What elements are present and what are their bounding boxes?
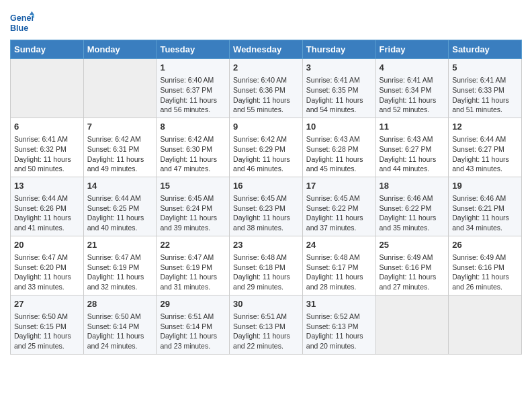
- daylight-text: Daylight: 11 hours and 56 minutes.: [160, 95, 226, 115]
- day-number: 14: [87, 180, 153, 192]
- sunrise-text: Sunrise: 6:41 AM: [14, 134, 80, 144]
- daylight-text: Daylight: 11 hours and 40 minutes.: [87, 213, 153, 232]
- calendar-cell: 5Sunrise: 6:41 AMSunset: 6:33 PMDaylight…: [449, 59, 522, 118]
- calendar-week-row: 6Sunrise: 6:41 AMSunset: 6:32 PMDaylight…: [11, 118, 522, 177]
- sunrise-text: Sunrise: 6:42 AM: [87, 134, 153, 144]
- sunrise-text: Sunrise: 6:45 AM: [233, 193, 299, 203]
- daylight-text: Daylight: 11 hours and 47 minutes.: [160, 154, 226, 174]
- calendar-cell: 8Sunrise: 6:42 AMSunset: 6:30 PMDaylight…: [157, 118, 230, 177]
- sunset-text: Sunset: 6:13 PM: [233, 322, 299, 332]
- daylight-text: Daylight: 11 hours and 46 minutes.: [233, 154, 299, 174]
- sunrise-text: Sunrise: 6:40 AM: [160, 75, 226, 85]
- daylight-text: Daylight: 11 hours and 50 minutes.: [14, 154, 80, 174]
- day-number: 15: [160, 180, 226, 192]
- weekday-header-saturday: Saturday: [449, 40, 522, 59]
- daylight-text: Daylight: 11 hours and 24 minutes.: [87, 331, 153, 351]
- daylight-text: Daylight: 11 hours and 26 minutes.: [452, 272, 518, 291]
- day-number: 2: [233, 62, 299, 74]
- svg-text:Blue: Blue: [10, 24, 28, 33]
- day-number: 6: [14, 121, 80, 133]
- calendar-cell: 21Sunrise: 6:47 AMSunset: 6:19 PMDayligh…: [83, 236, 157, 295]
- sunrise-text: Sunrise: 6:43 AM: [306, 134, 372, 144]
- calendar-cell: 25Sunrise: 6:49 AMSunset: 6:16 PMDayligh…: [375, 236, 449, 295]
- calendar-cell: 11Sunrise: 6:43 AMSunset: 6:27 PMDayligh…: [375, 118, 449, 177]
- day-number: 13: [14, 180, 80, 192]
- calendar-cell: 30Sunrise: 6:51 AMSunset: 6:13 PMDayligh…: [230, 295, 303, 354]
- sunrise-text: Sunrise: 6:48 AM: [233, 253, 299, 263]
- day-number: 10: [306, 121, 372, 133]
- day-number: 19: [452, 180, 518, 192]
- daylight-text: Daylight: 11 hours and 49 minutes.: [87, 154, 153, 174]
- calendar-week-row: 13Sunrise: 6:44 AMSunset: 6:26 PMDayligh…: [11, 177, 522, 236]
- calendar-cell: [449, 295, 522, 354]
- sunrise-text: Sunrise: 6:42 AM: [160, 134, 226, 144]
- sunset-text: Sunset: 6:36 PM: [233, 85, 299, 95]
- daylight-text: Daylight: 11 hours and 28 minutes.: [306, 272, 372, 291]
- day-number: 21: [87, 239, 153, 251]
- daylight-text: Daylight: 11 hours and 22 minutes.: [233, 331, 299, 351]
- calendar-cell: 6Sunrise: 6:41 AMSunset: 6:32 PMDaylight…: [11, 118, 84, 177]
- sunset-text: Sunset: 6:15 PM: [14, 322, 80, 332]
- day-number: 9: [233, 121, 299, 133]
- daylight-text: Daylight: 11 hours and 25 minutes.: [14, 331, 80, 351]
- weekday-header-tuesday: Tuesday: [157, 40, 230, 59]
- sunset-text: Sunset: 6:31 PM: [87, 144, 153, 154]
- calendar-cell: 24Sunrise: 6:48 AMSunset: 6:17 PMDayligh…: [302, 236, 375, 295]
- daylight-text: Daylight: 11 hours and 20 minutes.: [306, 331, 372, 351]
- daylight-text: Daylight: 11 hours and 39 minutes.: [160, 213, 226, 232]
- sunset-text: Sunset: 6:23 PM: [233, 203, 299, 214]
- day-number: 24: [306, 239, 372, 251]
- sunset-text: Sunset: 6:21 PM: [452, 203, 518, 214]
- logo: General Blue: [10, 10, 37, 34]
- sunset-text: Sunset: 6:29 PM: [233, 144, 299, 154]
- day-number: 7: [87, 121, 153, 133]
- day-number: 17: [306, 180, 372, 192]
- sunrise-text: Sunrise: 6:48 AM: [306, 253, 372, 263]
- calendar-cell: 4Sunrise: 6:41 AMSunset: 6:34 PMDaylight…: [375, 59, 449, 118]
- sunrise-text: Sunrise: 6:41 AM: [380, 75, 445, 85]
- sunrise-text: Sunrise: 6:41 AM: [306, 75, 372, 85]
- sunrise-text: Sunrise: 6:46 AM: [380, 193, 445, 203]
- day-number: 23: [233, 239, 299, 251]
- daylight-text: Daylight: 11 hours and 29 minutes.: [233, 272, 299, 291]
- day-number: 8: [160, 121, 226, 133]
- sunrise-text: Sunrise: 6:50 AM: [14, 312, 80, 322]
- sunset-text: Sunset: 6:22 PM: [306, 203, 372, 214]
- weekday-header-friday: Friday: [375, 40, 449, 59]
- calendar-cell: 22Sunrise: 6:47 AMSunset: 6:19 PMDayligh…: [157, 236, 230, 295]
- day-number: 20: [14, 239, 80, 251]
- sunrise-text: Sunrise: 6:49 AM: [380, 253, 445, 263]
- sunset-text: Sunset: 6:32 PM: [14, 144, 80, 154]
- calendar-cell: 26Sunrise: 6:49 AMSunset: 6:16 PMDayligh…: [449, 236, 522, 295]
- daylight-text: Daylight: 11 hours and 43 minutes.: [452, 154, 518, 174]
- day-number: 28: [87, 298, 153, 310]
- daylight-text: Daylight: 11 hours and 41 minutes.: [14, 213, 80, 232]
- day-number: 5: [452, 62, 518, 74]
- daylight-text: Daylight: 11 hours and 31 minutes.: [160, 272, 226, 291]
- sunset-text: Sunset: 6:24 PM: [160, 203, 226, 214]
- sunrise-text: Sunrise: 6:45 AM: [160, 193, 226, 203]
- sunrise-text: Sunrise: 6:51 AM: [233, 312, 299, 322]
- sunset-text: Sunset: 6:20 PM: [14, 263, 80, 273]
- daylight-text: Daylight: 11 hours and 54 minutes.: [306, 95, 372, 115]
- daylight-text: Daylight: 11 hours and 38 minutes.: [233, 213, 299, 232]
- sunset-text: Sunset: 6:37 PM: [160, 85, 226, 95]
- calendar-cell: 7Sunrise: 6:42 AMSunset: 6:31 PMDaylight…: [83, 118, 157, 177]
- day-number: 12: [452, 121, 518, 133]
- sunrise-text: Sunrise: 6:41 AM: [452, 75, 518, 85]
- weekday-header-row: SundayMondayTuesdayWednesdayThursdayFrid…: [11, 40, 522, 59]
- sunset-text: Sunset: 6:30 PM: [160, 144, 226, 154]
- day-number: 18: [380, 180, 445, 192]
- day-number: 11: [380, 121, 445, 133]
- calendar-cell: 18Sunrise: 6:46 AMSunset: 6:22 PMDayligh…: [375, 177, 449, 236]
- weekday-header-wednesday: Wednesday: [230, 40, 303, 59]
- day-number: 29: [160, 298, 226, 310]
- sunset-text: Sunset: 6:22 PM: [380, 203, 445, 214]
- calendar-cell: 15Sunrise: 6:45 AMSunset: 6:24 PMDayligh…: [157, 177, 230, 236]
- day-number: 4: [380, 62, 445, 74]
- calendar-cell: [83, 59, 157, 118]
- calendar-cell: 29Sunrise: 6:51 AMSunset: 6:14 PMDayligh…: [157, 295, 230, 354]
- sunset-text: Sunset: 6:27 PM: [380, 144, 445, 154]
- calendar-cell: 23Sunrise: 6:48 AMSunset: 6:18 PMDayligh…: [230, 236, 303, 295]
- sunset-text: Sunset: 6:35 PM: [306, 85, 372, 95]
